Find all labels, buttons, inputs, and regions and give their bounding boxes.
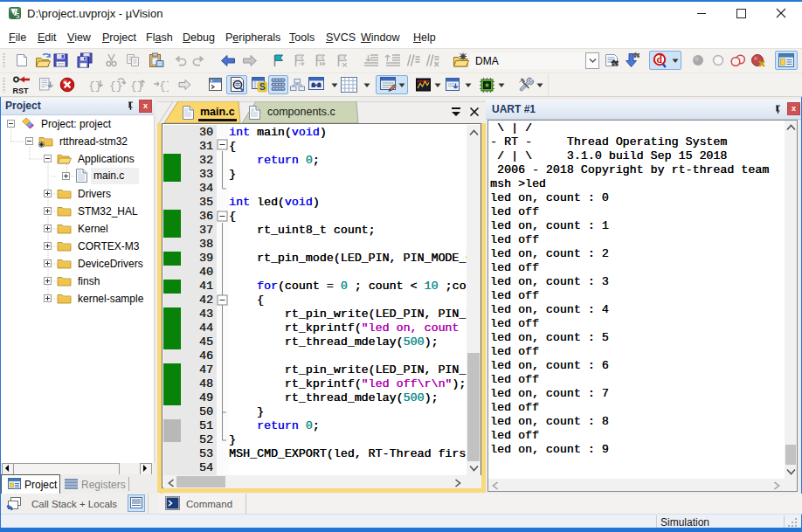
svg-text:RST: RST — [13, 86, 30, 95]
svg-text:d: d — [656, 54, 662, 65]
svg-text:{}: {} — [159, 79, 169, 93]
svg-text:5: 5 — [16, 12, 19, 19]
svg-text:{}: {} — [109, 79, 123, 93]
svg-text:S: S — [259, 81, 266, 92]
